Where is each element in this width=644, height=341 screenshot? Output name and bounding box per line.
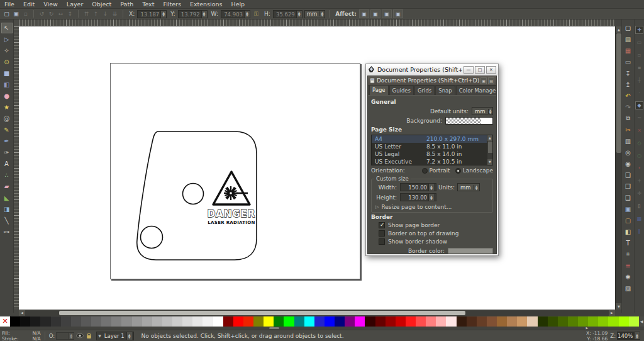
resize-page-expander[interactable]: ▷ Resize page to content... bbox=[374, 204, 490, 210]
x-spinner[interactable]: ▲▼ bbox=[160, 11, 166, 18]
palette-swatch[interactable] bbox=[497, 316, 507, 327]
toolbar-button-rotate-90-ccw[interactable]: ↺ bbox=[37, 9, 47, 18]
palette-swatch[interactable] bbox=[253, 316, 264, 327]
page-format-list[interactable]: A4210.0 x 297.0 mm US Letter8.5 x 11.0 i… bbox=[371, 135, 493, 165]
dock-float-button[interactable]: ▣ bbox=[480, 77, 487, 84]
menu-item[interactable]: View bbox=[39, 1, 62, 8]
page-format-row[interactable]: US Legal8.5 x 14.0 in bbox=[372, 150, 492, 158]
list-scroll-thumb[interactable] bbox=[488, 142, 492, 153]
toolbar-button-flip-horizontal[interactable]: ↔ bbox=[56, 9, 65, 18]
palette-swatch[interactable] bbox=[558, 316, 568, 327]
toolbar-button-select-all[interactable]: ▢ bbox=[2, 9, 11, 18]
zoom-spinner[interactable]: ▲▼ bbox=[634, 332, 640, 339]
command-xml-editor[interactable]: ⌗ bbox=[623, 249, 633, 259]
list-scrollbar[interactable]: ▲ ▼ bbox=[487, 135, 492, 165]
page-format-row[interactable]: US Executive7.2 x 10.5 in bbox=[372, 158, 492, 165]
palette-scroll-arrow[interactable]: ◀ bbox=[639, 316, 644, 327]
snap-snap-bbox-centers[interactable]: · bbox=[635, 89, 643, 97]
tab-grids[interactable]: Grids bbox=[414, 86, 435, 95]
palette-swatch[interactable] bbox=[416, 316, 426, 327]
snap-snap-nodes[interactable]: ◆ bbox=[635, 101, 643, 109]
palette-swatch[interactable] bbox=[527, 316, 537, 327]
toggle-affect-gradients[interactable]: ▣ bbox=[382, 9, 392, 18]
command-create-clone[interactable]: ❐ bbox=[623, 181, 633, 191]
command-preferences[interactable]: ✱ bbox=[623, 272, 633, 282]
palette-scroll-grip[interactable] bbox=[269, 327, 279, 329]
palette-swatch[interactable] bbox=[568, 316, 578, 327]
snap-snap-smooth-nodes[interactable]: ○ bbox=[635, 152, 643, 160]
height-spinner[interactable]: ▲▼ bbox=[296, 11, 302, 18]
close-button[interactable]: ✕ bbox=[486, 66, 496, 74]
command-fill-stroke-dialog[interactable]: ◧ bbox=[623, 226, 633, 237]
snap-snap-bbox-edges[interactable]: ▫ bbox=[635, 51, 643, 59]
palette-swatch[interactable] bbox=[538, 316, 548, 327]
scroll-left-arrow[interactable]: ◀ bbox=[19, 310, 25, 316]
palette-swatch[interactable] bbox=[30, 316, 40, 327]
tool-node-editor[interactable]: ▷ bbox=[1, 34, 13, 45]
height-field[interactable]: 35.629▲▼ bbox=[273, 10, 303, 18]
palette-swatch[interactable] bbox=[304, 316, 314, 327]
snap-snap-line-midpoints[interactable]: • bbox=[635, 164, 643, 172]
command-align-distribute[interactable]: ≡ bbox=[623, 260, 633, 271]
palette-swatch[interactable] bbox=[487, 316, 497, 327]
scroll-right-arrow[interactable]: ▶ bbox=[609, 310, 615, 316]
command-zoom-to-drawing[interactable]: ◎ bbox=[623, 147, 633, 157]
horizontal-scroll-thumb[interactable] bbox=[59, 311, 465, 315]
menu-item[interactable]: Layer bbox=[62, 1, 88, 8]
palette-swatch[interactable] bbox=[355, 316, 365, 327]
command-unlink-clone[interactable]: ❑ bbox=[623, 193, 633, 203]
palette-swatch[interactable] bbox=[426, 316, 436, 327]
palette-swatch[interactable] bbox=[121, 316, 131, 327]
custom-height-spinner[interactable]: ▲▼ bbox=[428, 194, 434, 201]
stroke-value[interactable]: N/A bbox=[32, 336, 40, 341]
command-group[interactable]: ▣ bbox=[623, 204, 633, 214]
menu-item[interactable]: Path bbox=[116, 1, 138, 8]
tool-bezier-pen[interactable]: ✒ bbox=[1, 136, 13, 147]
tool-spray[interactable]: ∴ bbox=[1, 170, 13, 181]
palette-swatch[interactable] bbox=[223, 316, 233, 327]
border-color-swatch[interactable] bbox=[448, 248, 493, 254]
palette-swatch[interactable] bbox=[365, 316, 375, 327]
vertical-ruler[interactable] bbox=[14, 26, 19, 310]
checkbox[interactable] bbox=[379, 238, 385, 245]
minimize-button[interactable]: — bbox=[464, 66, 474, 74]
tab-snap[interactable]: Snap bbox=[435, 86, 455, 95]
custom-width-field[interactable]: 150.00▲▼ bbox=[400, 183, 436, 191]
page-format-row[interactable]: US Letter8.5 x 11.0 in bbox=[372, 143, 492, 150]
palette-swatch[interactable] bbox=[629, 316, 639, 327]
border-checkbox-row[interactable]: Show border shadow bbox=[379, 238, 493, 245]
palette-swatch[interactable] bbox=[325, 316, 335, 327]
palette-swatch[interactable] bbox=[477, 316, 487, 327]
menu-item[interactable]: Edit bbox=[19, 1, 39, 8]
tool-selector[interactable]: ↖ bbox=[1, 23, 13, 33]
tool-3d-box[interactable]: ◧ bbox=[1, 79, 13, 90]
palette-swatch[interactable] bbox=[588, 316, 598, 327]
snap-snap-rotation-center[interactable]: ✛ bbox=[635, 189, 643, 198]
snap-snap-page-border[interactable]: ▯ bbox=[635, 202, 643, 210]
units-dropdown[interactable]: mm▲▼ bbox=[304, 10, 326, 18]
snap-snap-guides[interactable]: ∥ bbox=[635, 227, 643, 235]
tab-page[interactable]: Page bbox=[369, 85, 389, 95]
palette-swatch[interactable] bbox=[61, 316, 71, 327]
toggle-affect-patterns[interactable]: ▣ bbox=[393, 9, 403, 18]
default-units-dropdown[interactable]: mm▲▼ bbox=[472, 107, 493, 115]
drawing-laser-plate[interactable]: DANGER LASER RADIATION bbox=[131, 126, 263, 266]
tool-connector[interactable]: ⊶ bbox=[1, 226, 13, 237]
snap-snap-bbox-corners[interactable]: ▪ bbox=[635, 64, 643, 72]
palette-swatch[interactable] bbox=[243, 316, 253, 327]
tool-dropper[interactable]: ╲ bbox=[1, 215, 13, 226]
command-cut[interactable]: ✂ bbox=[623, 125, 633, 135]
background-color-swatch[interactable] bbox=[445, 117, 493, 125]
opacity-field[interactable]: ▲▼ bbox=[56, 332, 74, 340]
canvas[interactable]: DANGER LASER RADIATION bbox=[19, 26, 615, 310]
palette-swatch[interactable] bbox=[274, 316, 284, 327]
tool-ellipse[interactable]: ● bbox=[1, 91, 13, 101]
command-ungroup[interactable]: ▢ bbox=[623, 215, 633, 225]
palette-swatch[interactable] bbox=[20, 316, 30, 327]
tool-calligraphy[interactable]: ✑ bbox=[1, 147, 13, 158]
layer-lock-icon[interactable] bbox=[86, 333, 92, 339]
palette-swatch[interactable] bbox=[548, 316, 558, 327]
palette-swatch[interactable] bbox=[436, 316, 446, 327]
border-checkbox-row[interactable]: Border on top of drawing bbox=[379, 230, 493, 237]
command-undo[interactable]: ↶ bbox=[623, 91, 633, 101]
